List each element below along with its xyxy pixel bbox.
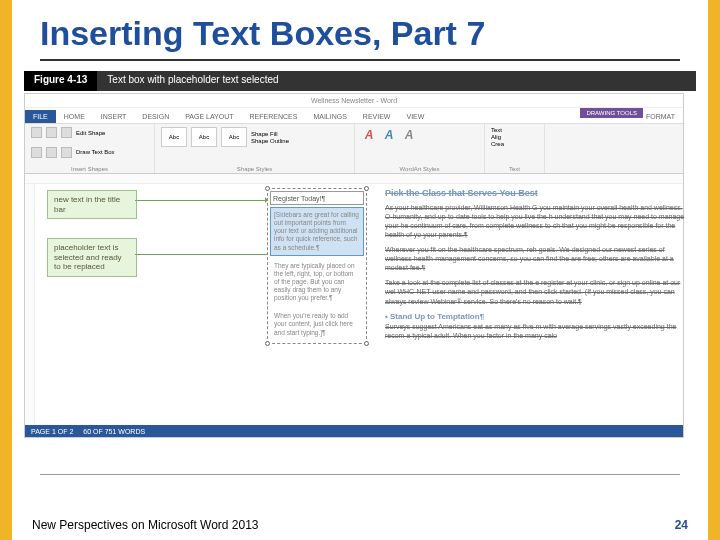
figure-caption: Text box with placeholder text selected <box>97 71 696 91</box>
callout-arrow <box>135 254 270 255</box>
doc-heading: Pick the Class that Serves You Best <box>385 188 685 200</box>
shape-fill-button[interactable]: Shape Fill <box>251 131 289 137</box>
tab-references[interactable]: REFERENCES <box>242 110 306 123</box>
title-rule <box>40 59 680 61</box>
doc-paragraph: As your healthcare provider, Williamson … <box>385 203 685 239</box>
shape-gallery-icon[interactable] <box>46 127 57 138</box>
word-screenshot: Wellness Newsletter - Word FILE HOME INS… <box>24 93 684 438</box>
tab-mailings[interactable]: MAILINGS <box>305 110 354 123</box>
shape-gallery-icon[interactable] <box>61 127 72 138</box>
ribbon-group-shape-styles: Abc Abc Abc Shape Fill Shape Outline Sha… <box>155 124 355 173</box>
callout-title-bar: new text in the title bar <box>47 190 137 219</box>
status-words[interactable]: 60 OF 751 WORDS <box>83 428 145 435</box>
footer-rule <box>40 474 680 475</box>
doc-paragraph: Take a look at the complete list of clas… <box>385 278 685 305</box>
callout-arrow <box>135 200 267 201</box>
ribbon-tabs: FILE HOME INSERT DESIGN PAGE LAYOUT REFE… <box>25 108 683 124</box>
shape-style-preset[interactable]: Abc <box>221 127 247 147</box>
sidebar-placeholder-selected[interactable]: [Sidebars are great for calling out impo… <box>270 207 364 256</box>
tab-view[interactable]: VIEW <box>398 110 432 123</box>
tab-review[interactable]: REVIEW <box>355 110 399 123</box>
figure-label: Figure 4-13 <box>24 71 97 91</box>
shape-gallery-icon[interactable] <box>46 147 57 158</box>
window-title: Wellness Newsletter - Word <box>311 97 397 104</box>
sidebar-placeholder[interactable]: When you're ready to add your content, j… <box>270 308 364 340</box>
shape-gallery-icon[interactable] <box>31 147 42 158</box>
sidebar-placeholder[interactable]: They are typically placed on the left, r… <box>270 258 364 307</box>
edit-shape-button[interactable]: Edit Shape <box>76 130 105 136</box>
document-page: new text in the title bar placeholder te… <box>35 184 683 429</box>
ribbon: Edit Shape Draw Text Box Insert Shapes A… <box>25 124 683 174</box>
align-text-button[interactable]: Alig <box>491 134 501 140</box>
sidebar-title-field[interactable]: Register Today!¶ <box>270 191 364 205</box>
slide-title: Inserting Text Boxes, Part 7 <box>12 0 708 59</box>
footer-text: New Perspectives on Microsoft Word 2013 <box>32 518 259 532</box>
shape-gallery-icon[interactable] <box>61 147 72 158</box>
resize-handle[interactable] <box>265 186 270 191</box>
wordart-preset-icon[interactable]: A <box>401 127 417 143</box>
status-page[interactable]: PAGE 1 OF 2 <box>31 428 73 435</box>
ribbon-group-insert-shapes: Edit Shape Draw Text Box Insert Shapes <box>25 124 155 173</box>
text-direction-button[interactable]: Text <box>491 127 502 133</box>
tab-format[interactable]: FORMAT <box>638 110 683 123</box>
resize-handle[interactable] <box>265 341 270 346</box>
vertical-ruler <box>25 184 35 429</box>
tab-design[interactable]: DESIGN <box>134 110 177 123</box>
create-link-button[interactable]: Crea <box>491 141 504 147</box>
doc-paragraph: Surveys suggest Americans eat as many as… <box>385 322 685 340</box>
resize-handle[interactable] <box>364 341 369 346</box>
ribbon-group-label: Text <box>491 166 538 172</box>
window-title-bar: Wellness Newsletter - Word <box>25 94 683 108</box>
sidebar-text-box[interactable]: Register Today!¶ [Sidebars are great for… <box>267 188 367 344</box>
tab-page-layout[interactable]: PAGE LAYOUT <box>177 110 241 123</box>
figure-header: Figure 4-13 Text box with placeholder te… <box>24 71 696 91</box>
tab-insert[interactable]: INSERT <box>93 110 135 123</box>
tab-drawing-tools[interactable]: DRAWING TOOLS <box>580 108 643 118</box>
wordart-preset-icon[interactable]: A <box>381 127 397 143</box>
ribbon-group-label: Insert Shapes <box>31 166 148 172</box>
ribbon-group-wordart-styles: A A A WordArt Styles <box>355 124 485 173</box>
horizontal-ruler <box>25 174 683 184</box>
tab-home[interactable]: HOME <box>56 110 93 123</box>
resize-handle[interactable] <box>364 186 369 191</box>
ribbon-group-label: WordArt Styles <box>361 166 478 172</box>
callout-placeholder: placeholder text is selected and ready t… <box>47 238 137 277</box>
shape-outline-button[interactable]: Shape Outline <box>251 138 289 144</box>
status-bar: PAGE 1 OF 2 60 OF 751 WORDS <box>25 425 683 437</box>
shape-gallery-icon[interactable] <box>31 127 42 138</box>
shape-style-preset[interactable]: Abc <box>191 127 217 147</box>
shape-style-preset[interactable]: Abc <box>161 127 187 147</box>
tab-file[interactable]: FILE <box>25 110 56 123</box>
doc-subheading: • Stand Up to Temptation¶ <box>385 312 685 322</box>
doc-paragraph: Wherever you fit on the healthcare spect… <box>385 245 685 272</box>
ribbon-group-text: Text Alig Crea Text <box>485 124 545 173</box>
slide-page-number: 24 <box>675 518 688 532</box>
document-body: Pick the Class that Serves You Best As y… <box>385 188 685 346</box>
draw-text-box-button[interactable]: Draw Text Box <box>76 149 115 155</box>
wordart-preset-icon[interactable]: A <box>361 127 377 143</box>
ribbon-group-label: Shape Styles <box>161 166 348 172</box>
